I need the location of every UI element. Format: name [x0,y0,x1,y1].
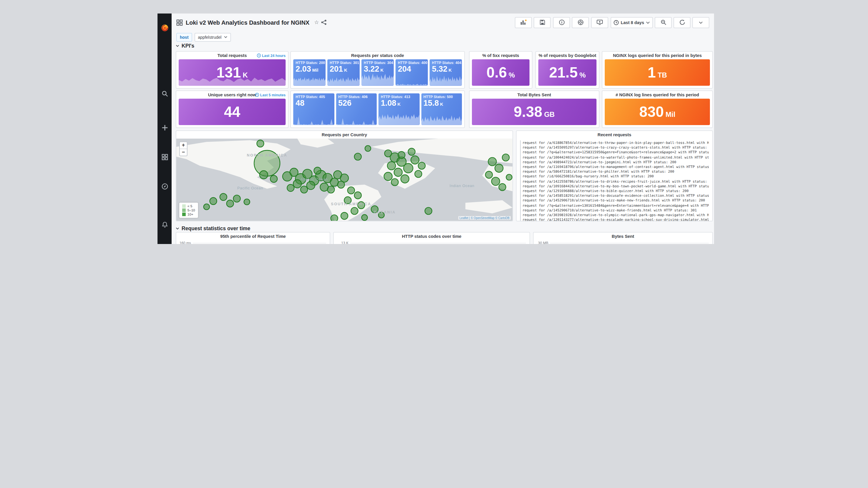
log-line[interactable]: request for /a/498944723/alternative-to-… [520,160,709,164]
zoom-out-time-button[interactable] [655,17,672,28]
status-code-stat[interactable]: HTTP Status: 3043.22K [362,59,394,86]
status-code-stat[interactable]: HTTP Status: 406526 [336,93,377,125]
panel-title[interactable]: Recent requests [517,131,712,139]
log-line[interactable]: request for /a/1169418706/alternative-to… [520,164,709,169]
log-line[interactable]: request for /a/618867854/alternative-to-… [520,140,709,145]
dashboard-grid-icon [176,19,183,26]
dashboard-header: Loki v2 Web Analytics Dashboard for NGIN… [172,13,714,31]
log-line[interactable]: request for /a/1201143277/alternative-to… [520,218,709,221]
map-bubbles [176,139,513,221]
status-code-stat[interactable]: HTTP Status: 2002.03Mil [293,59,326,86]
panel-title[interactable]: Total Bytes Sent [470,91,599,99]
chart-95th-percentile[interactable]: 100 ms110 ms120 ms130 ms140 ms150 ms160 … [176,240,330,244]
log-lines[interactable]: request for /a/618867854/alternative-to-… [517,139,712,221]
panel-title[interactable]: % of requests by Googlebot [536,52,599,59]
log-line[interactable]: request for /id/666250816/bag-nursery.ht… [520,174,709,179]
panel-title[interactable]: 95th percentile of Request Time [176,232,330,240]
chevron-down-icon [176,45,179,47]
panel-requests-per-country: Requests per Country [176,130,513,221]
section-request-stats-label: Request statistics over time [182,226,250,231]
log-line[interactable]: request for /a/586472181/alternative-to-… [520,169,709,174]
map-legend-item: < 5 [182,204,195,208]
svg-text:160 ms: 160 ms [180,241,191,244]
explore-compass-icon[interactable] [160,182,169,190]
status-code-value: 48 [296,99,332,107]
log-line[interactable]: request for /a/1004424024/alternative-to… [520,155,709,159]
chevron-down-icon [646,21,650,24]
cycle-view-tv-button[interactable] [591,17,609,28]
sparkline [430,73,462,86]
panel-recent-requests: Recent requests request for /a/618867854… [516,130,713,221]
alerting-bell-icon[interactable] [160,220,169,228]
log-line[interactable]: request for /a/1452906710/alternative-to… [520,208,709,213]
panel-title[interactable]: Requests per status code [291,52,464,59]
search-icon[interactable] [160,89,169,97]
panel-title[interactable]: % of 5xx requests [470,52,532,59]
add-panel-button[interactable] [515,17,532,28]
status-code-stat[interactable]: HTTP Status: 301201K [327,59,360,86]
status-code-value: 15.8K [424,99,460,107]
status-code-label: HTTP Status: 406 [338,95,374,99]
time-range-label: Last 8 days [621,20,644,25]
star-icon[interactable]: ☆ [314,20,319,25]
sparkline [421,110,462,125]
map-attribution[interactable]: Leaflet | © OpenStreetMap © CartoDB [458,216,511,220]
dashboard-main: Loki v2 Web Analytics Dashboard for NGIN… [172,13,714,244]
log-line[interactable]: request for /?q=&alternative=1258315950&… [520,150,709,155]
panel-title[interactable]: # NGINX log lines queried for this perio… [602,91,712,99]
status-code-stat[interactable]: HTTP Status: 400204 [396,59,428,86]
log-line[interactable]: request for /a/1422558786/alternative-to… [520,179,709,184]
status-code-value: 204 [398,65,426,73]
panel-title[interactable]: HTTP status codes over time [334,232,529,240]
grafana-logo-icon[interactable] [160,24,169,32]
section-kpis[interactable]: KPI's [176,43,194,49]
log-line[interactable]: request for /?q=&alternative=1301615484&… [520,203,709,207]
status-code-stat[interactable]: HTTP Status: 40548 [293,93,334,125]
host-variable-value: appfelstrudel [198,35,222,39]
panel-title[interactable]: Requests per Country [176,131,513,139]
pct-5xx-stat[interactable]: 0.6% [472,59,529,86]
status-code-stat[interactable]: HTTP Status: 50015.8K [421,93,462,125]
unique-users-stat[interactable]: 44 [179,99,286,125]
chart-bytes-sent[interactable]: 5 MB10 MB15 MB20 MB25 MB30 MB02/0402/050… [534,240,712,244]
sparkline [362,73,394,86]
total-requests-stat[interactable]: 131K [179,59,286,86]
pct-googlebot-stat[interactable]: 21.5% [538,59,596,86]
time-range-picker[interactable]: Last 8 days [611,17,653,28]
status-code-label: HTTP Status: 304 [364,61,392,65]
status-code-value: 526 [338,99,374,107]
log-lines-stat[interactable]: 830Mil [605,99,710,125]
map-zoom-in[interactable]: + [180,142,187,149]
log-line[interactable]: request for /a/1091684426/alternative-to… [520,184,709,189]
panel-title[interactable]: Bytes Sent [534,232,712,240]
map-zoom-out[interactable]: − [180,149,187,156]
log-line[interactable]: request for /a/303981928/alternative-to-… [520,213,709,217]
sparkline [396,73,428,86]
share-icon[interactable] [320,20,327,25]
log-line[interactable]: request for /a/1458518291/alternative-to… [520,193,709,198]
refresh-button[interactable] [674,17,690,28]
status-code-stat[interactable]: HTTP Status: 4045.32K [430,59,462,86]
world-map[interactable]: + − < 55–1010+ Leaflet | © OpenStreetMap… [176,139,513,221]
panel-title[interactable]: NGINX logs queried for this period in by… [602,52,712,59]
dashboard-info-button[interactable] [553,17,570,28]
clock-icon [614,20,619,25]
map-label: NORTH AMERICA [247,153,287,157]
logs-bytes-stat[interactable]: 1TB [605,59,710,86]
log-line[interactable]: request for /a/1291696888/alternative-to… [520,189,709,193]
section-request-stats[interactable]: Request statistics over time [176,226,250,231]
host-variable-select[interactable]: appfelstrudel [194,33,231,41]
total-bytes-stat[interactable]: 9.38GB [472,99,596,125]
map-zoom-control[interactable]: + − [179,141,187,156]
dashboards-icon[interactable] [160,153,169,161]
log-line[interactable]: request for /a/1452906710/alternative-to… [520,198,709,203]
dashboard-settings-button[interactable] [572,17,589,28]
chart-status-codes[interactable]: 03 K5 K8 K10 K13 K02/0402/0502/0602/0702… [334,240,529,244]
add-icon[interactable] [160,123,169,132]
panel-total-bytes: Total Bytes Sent 9.38GB [469,91,599,128]
log-line[interactable]: request for /a/1455095297/alternative-to… [520,145,709,150]
refresh-interval-dropdown[interactable] [692,17,709,28]
save-dashboard-button[interactable] [534,17,551,28]
grafana-app: ? Loki v2 Web Analytics Dashboard for NG… [157,13,714,244]
status-code-stat[interactable]: HTTP Status: 4131.08K [378,93,419,125]
